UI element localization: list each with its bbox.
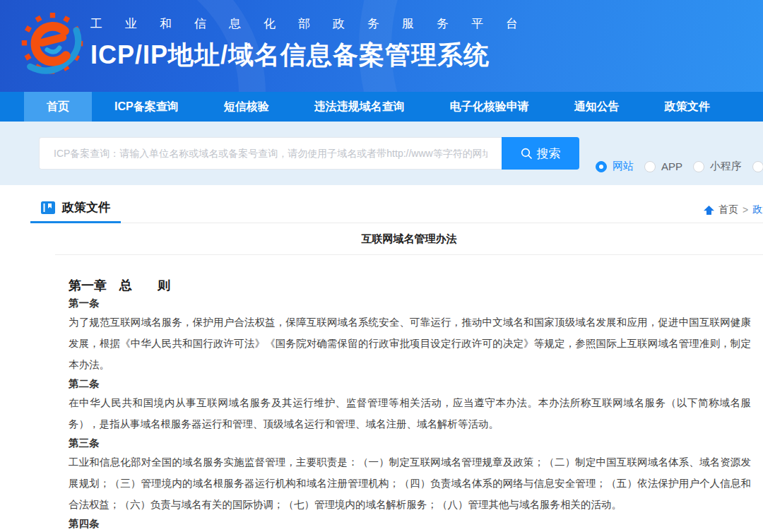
- main-nav: 首页 ICP备案查询 短信核验 违法违规域名查询 电子化核验申请 通知公告 政策…: [0, 92, 763, 122]
- platform-name: 工业和信息化部政务服务平台: [90, 16, 540, 32]
- article-item-label: 第三条: [69, 436, 751, 450]
- search-icon: [521, 148, 532, 159]
- search-type-app[interactable]: APP: [644, 160, 682, 172]
- article-item-text: 为了规范互联网域名服务，保护用户合法权益，保障互联网域名系统安全、可靠运行，推动…: [69, 312, 751, 375]
- tab-active-underline: [30, 221, 121, 223]
- breadcrumb-home[interactable]: 首页: [718, 203, 738, 216]
- article-section: 第二条 在中华人民共和国境内从事互联网域名服务及其运行维护、监督管理等相关活动，…: [69, 377, 751, 435]
- article-item-text: 工业和信息化部对全国的域名服务实施监督管理，主要职责是：（一）制定互联网域名管理…: [69, 451, 751, 515]
- miit-gear-e-logo-icon: [20, 8, 85, 82]
- article-item-label: 第四条: [69, 516, 751, 531]
- article-title: 互联网域名管理办法: [55, 223, 763, 255]
- radio-icon: [752, 161, 763, 172]
- chapter-heading: 第一章 总 则: [69, 276, 751, 295]
- system-title: ICP/IP地址/域名信息备案管理系统: [90, 38, 540, 73]
- tab-label: 政策文件: [62, 199, 110, 215]
- article-section: 第一条 为了规范互联网域名服务，保护用户合法权益，保障互联网域名系统安全、可靠运…: [69, 296, 751, 375]
- breadcrumb: 首页 > 政策文件: [704, 203, 763, 216]
- nav-item-policy-files[interactable]: 政策文件: [642, 92, 733, 122]
- search-input[interactable]: [39, 137, 502, 170]
- article-item-label: 第二条: [69, 377, 751, 391]
- divider: [30, 223, 763, 223]
- article-item-label: 第一条: [69, 296, 751, 310]
- book-icon: [40, 201, 56, 215]
- nav-item-home[interactable]: 首页: [24, 92, 92, 122]
- article-item-text: 在中华人民共和国境内从事互联网域名服务及其运行维护、监督管理等相关活动，应当遵守…: [69, 392, 751, 435]
- search-type-quickapp[interactable]: 快应用: [752, 160, 763, 173]
- section-header: 政策文件 首页 > 政策文件: [0, 185, 763, 223]
- site-header: 工业和信息化部政务服务平台 ICP/IP地址/域名信息备案管理系统: [0, 0, 763, 92]
- search-type-website[interactable]: 网站: [596, 160, 634, 173]
- search-band: 搜索 网站 APP 小程序 快应用: [0, 122, 763, 185]
- nav-item-e-verify-apply[interactable]: 电子化核验申请: [427, 92, 552, 122]
- breadcrumb-separator: >: [743, 204, 748, 215]
- nav-item-notices[interactable]: 通知公告: [552, 92, 642, 122]
- search-button[interactable]: 搜索: [502, 137, 579, 170]
- home-icon: [704, 206, 714, 215]
- nav-item-icp-query[interactable]: ICP备案查询: [92, 92, 201, 122]
- article-section: 第三条 工业和信息化部对全国的域名服务实施监督管理，主要职责是：（一）制定互联网…: [69, 436, 751, 515]
- content-area: 政策文件 首页 > 政策文件 互联网域名管理办法 第一章 总 则 第一条 为了规…: [0, 185, 763, 532]
- tab-policy-files[interactable]: 政策文件: [40, 199, 110, 215]
- radio-icon: [693, 161, 704, 172]
- radio-icon: [644, 161, 656, 172]
- nav-item-illegal-domain-query[interactable]: 违法违规域名查询: [292, 92, 427, 122]
- breadcrumb-current: 政策文件: [752, 203, 763, 216]
- article-section: 第四条 各省、自治区、直辖市通信管理局对本行政区域内的域名服务实施监督管理，主要…: [69, 516, 751, 532]
- article-body: 第一章 总 则 第一条 为了规范互联网域名服务，保护用户合法权益，保障互联网域名…: [69, 276, 751, 532]
- search-type-miniprogram[interactable]: 小程序: [693, 160, 742, 173]
- search-button-label: 搜索: [537, 146, 561, 162]
- search-type-group: 网站 APP 小程序 快应用: [596, 160, 763, 173]
- radio-selected-icon: [596, 161, 607, 172]
- nav-item-sms-verify[interactable]: 短信核验: [201, 92, 292, 122]
